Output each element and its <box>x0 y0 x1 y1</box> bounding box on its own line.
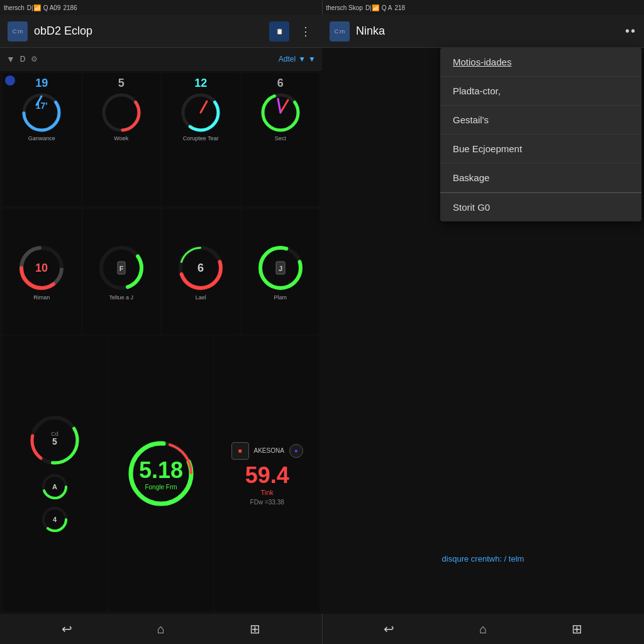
bottom-big-label: Fongle Frm <box>139 484 183 491</box>
filter-label: D <box>20 55 26 64</box>
gauge-teltue[interactable]: F Teltue a J <box>82 209 161 335</box>
bottom-big-value-red: 59.4 <box>245 462 289 489</box>
nav-bar-left: ↩ ⌂ ⊞ <box>0 614 322 644</box>
gauge-row-2: 10 Riman F Teltue a J <box>0 209 322 335</box>
nav-apps-right[interactable]: ⊞ <box>572 621 582 636</box>
svg-text:5: 5 <box>52 436 57 447</box>
status-icons-left: D|📶 <box>27 4 41 11</box>
filter-text: Adtel <box>279 55 296 64</box>
gauge-sect-svg <box>259 91 302 134</box>
right-app-title: Ninka <box>356 25 619 38</box>
bottom-cell-3-content: ■ AKESONA ● 59.4 Tink FDw =33.38 <box>217 442 317 506</box>
filter-chevron: ▼ <box>298 55 306 64</box>
filter-chevron2: ▼ <box>308 55 316 64</box>
menu-item-baskage[interactable]: Baskage <box>440 164 641 192</box>
gauge-sect-value: 6 <box>277 77 284 90</box>
gauge-woek[interactable]: 5 Woek <box>82 73 161 206</box>
gauge-riman-label: Riman <box>33 294 50 301</box>
status-battery-right: Q A <box>382 4 392 11</box>
left-more-btn[interactable]: ⋮ <box>297 23 314 40</box>
gauge-plam-svg: J <box>255 243 306 293</box>
gauge-woek-label: Woek <box>114 135 128 142</box>
bottom-cell-1[interactable]: Cd 5 A 4 <box>3 336 108 611</box>
svg-line-10 <box>280 100 288 113</box>
gauge-row-1: 19 17' Ganwance 5 Woek 12 <box>0 70 322 209</box>
nav-home-left[interactable]: ⌂ <box>157 622 165 636</box>
bottom-akesona: AKESONA <box>254 447 284 454</box>
gauge-riman[interactable]: 10 Riman <box>3 209 81 335</box>
gauge-coruptee-label: Coruptee Tear <box>183 135 219 142</box>
left-app-title: obD2 Eclop <box>34 25 263 38</box>
nav-home-right[interactable]: ⌂ <box>479 622 487 636</box>
svg-text:J: J <box>279 265 282 272</box>
right-status-text: disqure crentwh: / telm <box>322 554 644 564</box>
gauge-teltue-svg: F <box>96 243 147 293</box>
svg-text:10: 10 <box>35 262 48 274</box>
left-panel: C:m obD2 Eclop 📋 ⋮ ▼ D ⚙ Adtel ▼ ▼ 19 <box>0 15 322 614</box>
bottom-big-value: 5.18 <box>139 457 183 484</box>
gauge-woek-svg <box>100 91 143 134</box>
svg-text:6: 6 <box>197 262 204 274</box>
gauge-plam-label: Plam <box>274 294 287 301</box>
status-bars: thersch D|📶 Q A09 2186 thersch Skop D|📶 … <box>0 0 644 15</box>
gauge-ganwance[interactable]: 19 17' Ganwance <box>3 73 81 206</box>
gauge-plam[interactable]: J Plam <box>242 209 320 335</box>
nav-bars: ↩ ⌂ ⊞ ↩ ⌂ ⊞ <box>0 614 644 644</box>
bottom-gauge-1b-svg: A <box>39 471 70 502</box>
menu-item-motions[interactable]: Motios-idades <box>440 48 641 77</box>
status-app-name-left: thersch <box>4 4 25 11</box>
gauge-ganwance-sub: 17' <box>36 101 48 111</box>
gauge-coruptee-svg <box>179 91 222 134</box>
bottom-icon-2: ● <box>289 444 303 458</box>
bottom-cell-2-value-container: 5.18 Fongle Frm <box>139 457 183 491</box>
filter-icon: ▼ <box>6 54 15 64</box>
menu-item-bue[interactable]: Bue Ecjoepment <box>440 135 641 164</box>
bottom-cell-3-top: ■ AKESONA ● <box>231 442 303 460</box>
gauge-lael-svg: 6 <box>175 243 226 293</box>
main-content: C:m obD2 Eclop 📋 ⋮ ▼ D ⚙ Adtel ▼ ▼ 19 <box>0 15 644 614</box>
right-app-icon: C:m <box>330 21 350 42</box>
filter-bar: ▼ D ⚙ Adtel ▼ ▼ <box>0 48 322 70</box>
gauge-lael[interactable]: 6 Lael <box>162 209 240 335</box>
right-app-bar: C:m Ninka •• <box>322 15 644 48</box>
status-bar-right: thersch Skop D|📶 Q A 218 <box>322 0 645 15</box>
gauge-ganwance-svg <box>20 91 63 134</box>
gauge-woek-value: 5 <box>118 77 125 90</box>
bottom-gauge-1c-svg: 4 <box>39 504 70 535</box>
menu-item-gestail[interactable]: Gestail's <box>440 106 641 135</box>
filter-dropdown[interactable]: Adtel ▼ ▼ <box>279 55 316 64</box>
gauge-ganwance-value: 19 <box>35 77 48 90</box>
right-more-btn[interactable]: •• <box>625 24 636 38</box>
bottom-cell-2[interactable]: 5.18 Fongle Frm <box>109 336 214 611</box>
bottom-icon-1: ■ <box>231 442 249 460</box>
bottom-section: Cd 5 A 4 <box>0 335 322 614</box>
svg-text:4: 4 <box>53 516 57 523</box>
gauge-ganwance-label: Ganwance <box>28 135 55 142</box>
gauge-lael-label: Lael <box>196 294 206 301</box>
svg-text:A: A <box>52 483 57 491</box>
right-panel: C:m Ninka •• Motios-idades Pladta-ctor, … <box>322 15 644 614</box>
nav-bar-right: ↩ ⌂ ⊞ <box>322 614 645 644</box>
left-app-actions: 📋 ⋮ <box>269 21 314 42</box>
status-bar-left: thersch D|📶 Q A09 2186 <box>0 0 322 15</box>
status-battery-left: Q A09 <box>43 4 61 11</box>
gauge-badge-1 <box>5 75 15 86</box>
bottom-cell-3[interactable]: ■ AKESONA ● 59.4 Tink FDw =33.38 <box>214 336 319 611</box>
status-time-right: 218 <box>394 4 405 11</box>
left-screenshot-btn[interactable]: 📋 <box>269 21 289 42</box>
menu-item-pladta[interactable]: Pladta-ctor, <box>440 77 641 106</box>
nav-back-right[interactable]: ↩ <box>384 621 394 636</box>
gauge-sect[interactable]: 6 Sect <box>242 73 320 206</box>
status-icons-right: D|📶 <box>365 4 379 11</box>
filter-icon2: ⚙ <box>31 55 38 64</box>
menu-item-storit[interactable]: Storit G0 <box>440 193 641 221</box>
nav-back-left[interactable]: ↩ <box>62 621 72 636</box>
nav-apps-left[interactable]: ⊞ <box>250 621 260 636</box>
bottom-akesona-label: AKESONA <box>254 447 284 454</box>
gauge-coruptee[interactable]: 12 Coruptee Tear <box>162 73 240 206</box>
svg-line-7 <box>201 101 207 113</box>
left-app-bar: C:m obD2 Eclop 📋 ⋮ <box>0 15 322 48</box>
status-app-name-right: thersch Skop <box>326 4 363 11</box>
gauge-teltue-label: Teltue a J <box>109 294 133 301</box>
bottom-extra-label: FDw =33.38 <box>250 499 284 506</box>
